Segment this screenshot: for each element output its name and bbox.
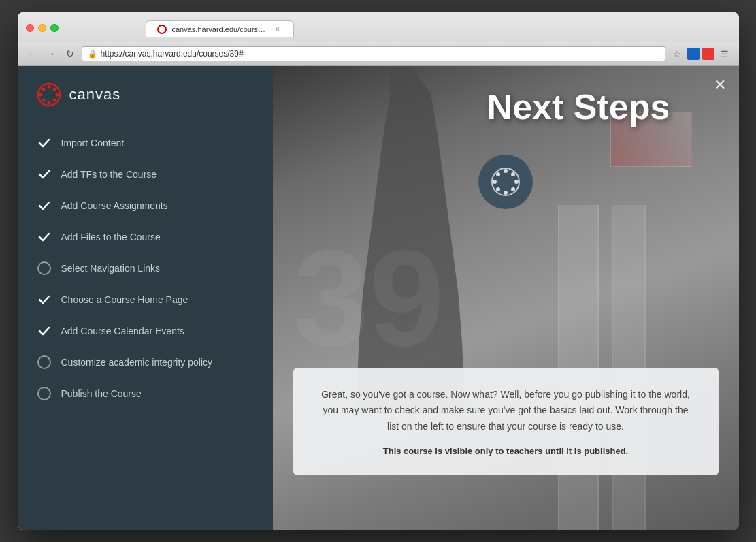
item-check-icon xyxy=(37,167,52,182)
sidebar-item-import-content[interactable]: Import Content xyxy=(18,127,273,159)
svg-point-2 xyxy=(47,101,50,105)
sidebar-item-publish-course[interactable]: Publish the Course xyxy=(18,378,273,409)
info-card-text: Great, so you've got a course. Now what?… xyxy=(318,387,694,435)
item-empty-icon xyxy=(37,355,52,370)
checkmark-icon xyxy=(37,293,51,306)
checkmark-icon xyxy=(37,199,51,212)
item-check-icon xyxy=(37,292,52,307)
bg-number: 39 xyxy=(293,230,444,366)
sidebar: canvas Import Content xyxy=(18,66,273,530)
forward-button[interactable]: → xyxy=(44,46,59,61)
svg-point-16 xyxy=(496,187,500,191)
sidebar-item-add-assignments[interactable]: Add Course Assignments xyxy=(18,190,273,221)
svg-point-14 xyxy=(496,172,500,176)
tab-bar: canvas.harvard.edu/courses/39 ✕ xyxy=(64,20,348,37)
empty-circle-icon xyxy=(37,387,51,400)
sidebar-item-label: Publish the Course xyxy=(61,388,142,399)
next-steps-title: Next Steps xyxy=(459,86,698,127)
item-empty-icon xyxy=(37,261,52,276)
browser-action-icon[interactable] xyxy=(687,48,700,60)
reload-button[interactable]: ↻ xyxy=(63,46,78,61)
sidebar-item-label: Import Content xyxy=(61,138,125,148)
svg-point-15 xyxy=(511,172,515,176)
sidebar-item-label: Choose a Course Home Page xyxy=(61,294,188,305)
url-text: https://canvas.harvard.edu/courses/39# xyxy=(101,49,244,59)
svg-point-5 xyxy=(42,88,45,91)
info-card: Great, so you've got a course. Now what?… xyxy=(293,368,719,475)
item-check-icon xyxy=(37,229,52,244)
browser-toolbar: ← → ↻ 🔒 https://canvas.harvard.edu/cours… xyxy=(18,42,739,65)
lock-icon: 🔒 xyxy=(88,50,97,59)
svg-point-11 xyxy=(504,191,508,195)
back-button[interactable]: ← xyxy=(24,46,39,61)
svg-point-13 xyxy=(514,180,519,184)
sidebar-item-label: Add Files to the Course xyxy=(61,232,161,242)
sidebar-logo: canvas xyxy=(18,66,273,121)
canvas-logo-text: canvas xyxy=(69,86,121,103)
browser-content: canvas Import Content xyxy=(18,66,739,530)
item-check-icon xyxy=(37,323,52,338)
checkmark-icon xyxy=(37,230,51,244)
svg-point-6 xyxy=(52,88,56,91)
browser-titlebar: canvas.harvard.edu/courses/39 ✕ xyxy=(18,12,739,42)
sidebar-item-label: Add Course Assignments xyxy=(61,200,168,211)
item-check-icon xyxy=(37,136,52,150)
window-minimize-button[interactable] xyxy=(38,24,46,32)
window-maximize-button[interactable] xyxy=(50,24,59,32)
close-icon: ✕ xyxy=(714,76,726,94)
item-check-icon xyxy=(37,198,52,213)
info-card-notice: This course is visible only to teachers … xyxy=(318,446,694,456)
svg-point-12 xyxy=(493,180,497,184)
sidebar-item-add-calendar[interactable]: Add Course Calendar Events xyxy=(18,315,273,347)
checkmark-icon xyxy=(37,168,51,181)
empty-circle-icon xyxy=(37,261,51,275)
star-icon[interactable]: ☆ xyxy=(670,46,685,61)
sidebar-item-add-tfs[interactable]: Add TFs to the Course xyxy=(18,159,273,190)
svg-point-8 xyxy=(52,99,56,102)
svg-point-1 xyxy=(47,85,50,89)
sidebar-item-label: Add Course Calendar Events xyxy=(61,325,184,336)
checkmark-icon xyxy=(37,324,51,338)
canvas-logo-icon xyxy=(37,82,61,107)
sidebar-item-add-files[interactable]: Add Files to the Course xyxy=(18,221,273,253)
sidebar-item-label: Customize academic integrity policy xyxy=(61,357,213,368)
browser-window: canvas.harvard.edu/courses/39 ✕ ← → ↻ 🔒 … xyxy=(18,12,739,530)
menu-icon[interactable]: ☰ xyxy=(717,46,732,61)
canvas-icon-svg xyxy=(490,166,521,197)
main-area: 39 ✕ Next Steps xyxy=(273,66,739,530)
checkmark-icon xyxy=(37,136,51,150)
canvas-circle-icon xyxy=(478,155,533,209)
close-button[interactable]: ✕ xyxy=(710,76,729,95)
address-bar[interactable]: 🔒 https://canvas.harvard.edu/courses/39# xyxy=(82,46,665,61)
sidebar-item-customize-integrity[interactable]: Customize academic integrity policy xyxy=(18,347,273,378)
empty-circle-icon xyxy=(37,355,51,369)
window-close-button[interactable] xyxy=(26,24,34,32)
window-controls xyxy=(26,24,59,32)
sidebar-item-select-nav[interactable]: Select Navigation Links xyxy=(18,253,273,284)
item-empty-icon xyxy=(37,386,52,401)
extension-icon[interactable] xyxy=(702,48,714,60)
svg-point-7 xyxy=(42,99,45,102)
toolbar-actions: ☆ ☰ xyxy=(670,46,732,61)
browser-chrome: canvas.harvard.edu/courses/39 ✕ ← → ↻ 🔒 … xyxy=(18,12,739,66)
svg-point-3 xyxy=(39,93,42,97)
sidebar-item-label: Add TFs to the Course xyxy=(61,169,157,180)
svg-point-17 xyxy=(511,187,515,191)
tab-label: canvas.harvard.edu/courses/39 xyxy=(172,25,267,33)
sidebar-item-choose-home[interactable]: Choose a Course Home Page xyxy=(18,284,273,315)
sidebar-items: Import Content Add TFs to the Course xyxy=(18,121,273,416)
svg-point-10 xyxy=(504,169,508,173)
browser-tab[interactable]: canvas.harvard.edu/courses/39 ✕ xyxy=(146,20,294,37)
svg-point-4 xyxy=(55,93,59,97)
sidebar-item-label: Select Navigation Links xyxy=(61,263,161,274)
tab-close-icon[interactable]: ✕ xyxy=(273,25,282,34)
